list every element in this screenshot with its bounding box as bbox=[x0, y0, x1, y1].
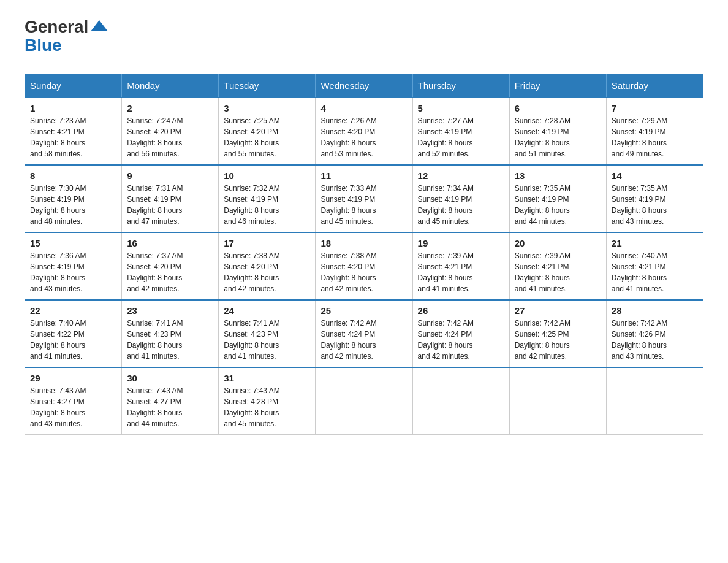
day-number: 3 bbox=[224, 103, 310, 113]
table-row: 28 Sunrise: 7:42 AM Sunset: 4:26 PM Dayl… bbox=[606, 300, 703, 367]
day-number: 10 bbox=[224, 170, 310, 181]
day-info: Sunrise: 7:23 AM Sunset: 4:21 PM Dayligh… bbox=[30, 115, 116, 159]
day-info: Sunrise: 7:37 AM Sunset: 4:20 PM Dayligh… bbox=[127, 250, 213, 294]
logo: General Blue bbox=[25, 18, 108, 55]
day-number: 15 bbox=[30, 238, 116, 248]
table-row: 19 Sunrise: 7:39 AM Sunset: 4:21 PM Dayl… bbox=[412, 232, 509, 300]
table-row: 8 Sunrise: 7:30 AM Sunset: 4:19 PM Dayli… bbox=[25, 165, 122, 232]
table-row bbox=[412, 367, 509, 435]
day-number: 25 bbox=[320, 305, 407, 316]
day-number: 27 bbox=[515, 305, 601, 316]
day-number: 12 bbox=[418, 170, 504, 181]
day-number: 13 bbox=[515, 170, 601, 181]
day-info: Sunrise: 7:30 AM Sunset: 4:19 PM Dayligh… bbox=[30, 183, 116, 227]
header-monday: Monday bbox=[122, 74, 219, 98]
day-info: Sunrise: 7:34 AM Sunset: 4:19 PM Dayligh… bbox=[418, 183, 504, 227]
calendar-table: SundayMondayTuesdayWednesdayThursdayFrid… bbox=[25, 74, 703, 435]
table-row: 5 Sunrise: 7:27 AM Sunset: 4:19 PM Dayli… bbox=[412, 98, 509, 165]
week-row-4: 22 Sunrise: 7:40 AM Sunset: 4:22 PM Dayl… bbox=[25, 300, 703, 367]
table-row: 31 Sunrise: 7:43 AM Sunset: 4:28 PM Dayl… bbox=[219, 367, 316, 435]
table-row: 22 Sunrise: 7:40 AM Sunset: 4:22 PM Dayl… bbox=[25, 300, 122, 367]
day-number: 7 bbox=[612, 103, 698, 113]
table-row: 6 Sunrise: 7:28 AM Sunset: 4:19 PM Dayli… bbox=[509, 98, 606, 165]
logo-text: General bbox=[25, 18, 108, 36]
table-row: 3 Sunrise: 7:25 AM Sunset: 4:20 PM Dayli… bbox=[219, 98, 316, 165]
table-row: 10 Sunrise: 7:32 AM Sunset: 4:19 PM Dayl… bbox=[219, 165, 316, 232]
day-info: Sunrise: 7:31 AM Sunset: 4:19 PM Dayligh… bbox=[127, 183, 213, 227]
table-row bbox=[316, 367, 412, 435]
day-number: 11 bbox=[320, 170, 407, 181]
day-number: 20 bbox=[515, 238, 601, 248]
day-info: Sunrise: 7:43 AM Sunset: 4:28 PM Dayligh… bbox=[224, 385, 310, 429]
day-info: Sunrise: 7:43 AM Sunset: 4:27 PM Dayligh… bbox=[30, 385, 116, 429]
header-wednesday: Wednesday bbox=[316, 74, 412, 98]
day-number: 8 bbox=[30, 170, 116, 181]
day-number: 30 bbox=[127, 373, 213, 383]
day-info: Sunrise: 7:35 AM Sunset: 4:19 PM Dayligh… bbox=[515, 183, 601, 227]
day-number: 24 bbox=[224, 305, 310, 316]
table-row: 30 Sunrise: 7:43 AM Sunset: 4:27 PM Dayl… bbox=[122, 367, 219, 435]
day-number: 19 bbox=[418, 238, 504, 248]
day-info: Sunrise: 7:41 AM Sunset: 4:23 PM Dayligh… bbox=[224, 318, 310, 362]
table-row bbox=[606, 367, 703, 435]
day-number: 4 bbox=[320, 103, 407, 113]
day-number: 2 bbox=[127, 103, 213, 113]
day-number: 26 bbox=[418, 305, 504, 316]
day-number: 17 bbox=[224, 238, 310, 248]
table-row: 26 Sunrise: 7:42 AM Sunset: 4:24 PM Dayl… bbox=[412, 300, 509, 367]
day-info: Sunrise: 7:42 AM Sunset: 4:24 PM Dayligh… bbox=[320, 318, 407, 362]
day-info: Sunrise: 7:26 AM Sunset: 4:20 PM Dayligh… bbox=[320, 115, 407, 159]
week-row-2: 8 Sunrise: 7:30 AM Sunset: 4:19 PM Dayli… bbox=[25, 165, 703, 232]
day-number: 23 bbox=[127, 305, 213, 316]
table-row: 18 Sunrise: 7:38 AM Sunset: 4:20 PM Dayl… bbox=[316, 232, 412, 300]
table-row: 14 Sunrise: 7:35 AM Sunset: 4:19 PM Dayl… bbox=[606, 165, 703, 232]
day-number: 9 bbox=[127, 170, 213, 181]
day-info: Sunrise: 7:43 AM Sunset: 4:27 PM Dayligh… bbox=[127, 385, 213, 429]
day-number: 1 bbox=[30, 103, 116, 113]
day-number: 6 bbox=[515, 103, 601, 113]
day-info: Sunrise: 7:25 AM Sunset: 4:20 PM Dayligh… bbox=[224, 115, 310, 159]
table-row bbox=[509, 367, 606, 435]
table-row: 9 Sunrise: 7:31 AM Sunset: 4:19 PM Dayli… bbox=[122, 165, 219, 232]
day-info: Sunrise: 7:40 AM Sunset: 4:22 PM Dayligh… bbox=[30, 318, 116, 362]
day-info: Sunrise: 7:28 AM Sunset: 4:19 PM Dayligh… bbox=[515, 115, 601, 159]
page-header: General Blue bbox=[25, 18, 703, 55]
table-row: 13 Sunrise: 7:35 AM Sunset: 4:19 PM Dayl… bbox=[509, 165, 606, 232]
day-number: 5 bbox=[418, 103, 504, 113]
day-info: Sunrise: 7:38 AM Sunset: 4:20 PM Dayligh… bbox=[320, 250, 407, 294]
table-row: 24 Sunrise: 7:41 AM Sunset: 4:23 PM Dayl… bbox=[219, 300, 316, 367]
day-info: Sunrise: 7:36 AM Sunset: 4:19 PM Dayligh… bbox=[30, 250, 116, 294]
header-thursday: Thursday bbox=[412, 74, 509, 98]
header-tuesday: Tuesday bbox=[219, 74, 316, 98]
day-info: Sunrise: 7:32 AM Sunset: 4:19 PM Dayligh… bbox=[224, 183, 310, 227]
table-row: 27 Sunrise: 7:42 AM Sunset: 4:25 PM Dayl… bbox=[509, 300, 606, 367]
day-info: Sunrise: 7:42 AM Sunset: 4:25 PM Dayligh… bbox=[515, 318, 601, 362]
day-number: 18 bbox=[320, 238, 407, 248]
table-row: 17 Sunrise: 7:38 AM Sunset: 4:20 PM Dayl… bbox=[219, 232, 316, 300]
week-row-5: 29 Sunrise: 7:43 AM Sunset: 4:27 PM Dayl… bbox=[25, 367, 703, 435]
logo-general: General bbox=[25, 17, 88, 36]
table-row: 4 Sunrise: 7:26 AM Sunset: 4:20 PM Dayli… bbox=[316, 98, 412, 165]
day-info: Sunrise: 7:39 AM Sunset: 4:21 PM Dayligh… bbox=[418, 250, 504, 294]
table-row: 20 Sunrise: 7:39 AM Sunset: 4:21 PM Dayl… bbox=[509, 232, 606, 300]
table-row: 1 Sunrise: 7:23 AM Sunset: 4:21 PM Dayli… bbox=[25, 98, 122, 165]
header-friday: Friday bbox=[509, 74, 606, 98]
week-row-1: 1 Sunrise: 7:23 AM Sunset: 4:21 PM Dayli… bbox=[25, 98, 703, 165]
header-saturday: Saturday bbox=[606, 74, 703, 98]
day-number: 14 bbox=[612, 170, 698, 181]
day-info: Sunrise: 7:41 AM Sunset: 4:23 PM Dayligh… bbox=[127, 318, 213, 362]
table-row: 11 Sunrise: 7:33 AM Sunset: 4:19 PM Dayl… bbox=[316, 165, 412, 232]
header-sunday: Sunday bbox=[25, 74, 122, 98]
table-row: 23 Sunrise: 7:41 AM Sunset: 4:23 PM Dayl… bbox=[122, 300, 219, 367]
logo-blue: Blue bbox=[25, 36, 62, 55]
day-info: Sunrise: 7:38 AM Sunset: 4:20 PM Dayligh… bbox=[224, 250, 310, 294]
day-number: 21 bbox=[612, 238, 698, 248]
table-row: 15 Sunrise: 7:36 AM Sunset: 4:19 PM Dayl… bbox=[25, 232, 122, 300]
table-row: 7 Sunrise: 7:29 AM Sunset: 4:19 PM Dayli… bbox=[606, 98, 703, 165]
day-number: 29 bbox=[30, 373, 116, 383]
table-row: 25 Sunrise: 7:42 AM Sunset: 4:24 PM Dayl… bbox=[316, 300, 412, 367]
week-row-3: 15 Sunrise: 7:36 AM Sunset: 4:19 PM Dayl… bbox=[25, 232, 703, 300]
table-row: 16 Sunrise: 7:37 AM Sunset: 4:20 PM Dayl… bbox=[122, 232, 219, 300]
days-header-row: SundayMondayTuesdayWednesdayThursdayFrid… bbox=[25, 74, 703, 98]
day-number: 31 bbox=[224, 373, 310, 383]
